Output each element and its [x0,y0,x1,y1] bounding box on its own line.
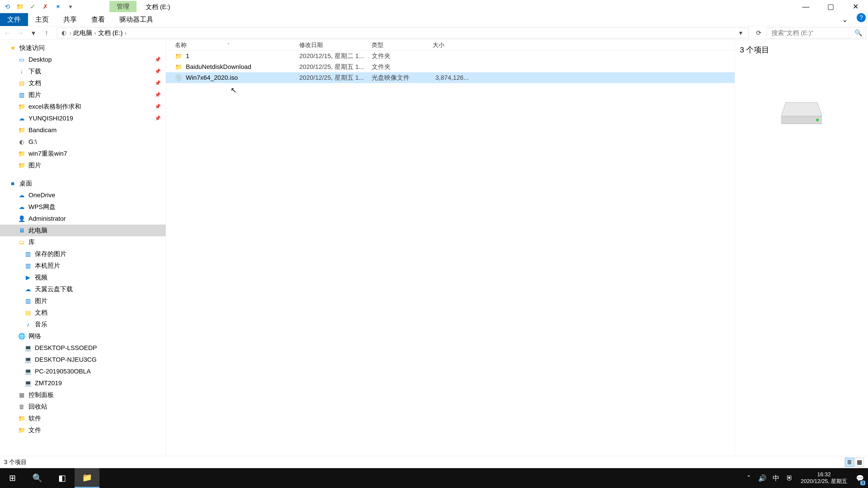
search-box[interactable]: 搜索"文档 (E:)" 🔍 [766,28,866,38]
action-center[interactable]: 💬 3 [852,468,868,488]
ribbon-tab-view[interactable]: 查看 [84,13,112,26]
qat-check-icon[interactable]: ✓ [28,2,37,11]
nav-item-此电脑[interactable]: 🖥此电脑 [0,225,166,236]
qat-uncheck-icon[interactable]: ✗ [40,2,50,11]
nav-item-图片[interactable]: ▥图片 [0,295,166,307]
net-icon: 🌐 [18,332,25,340]
col-size[interactable]: 大小 [433,41,469,49]
ribbon-tab-drivetools[interactable]: 驱动器工具 [112,13,160,26]
nav-item-快速访问[interactable]: ★快速访问 [0,42,166,54]
nav-item-Bandicam[interactable]: 📁Bandicam [0,124,166,136]
nav-item-网络[interactable]: 🌐网络 [0,330,166,342]
nav-forward[interactable]: → [16,28,25,38]
nav-item-Desktop[interactable]: ▭Desktop📌 [0,54,166,66]
nav-item-PC-20190530OBLA[interactable]: 💻PC-20190530OBLA [0,365,166,377]
star-icon: ★ [9,44,16,52]
nav-item-图片[interactable]: 📁图片 [0,160,166,171]
help-button[interactable]: ? [857,13,866,22]
col-date[interactable]: 修改日期 [299,41,372,49]
crumb-loc[interactable]: 文档 (E:) [98,29,123,37]
nav-item-文件[interactable]: 📁文件 [0,424,166,436]
search-input[interactable]: 搜索"文档 (E:)" [772,29,855,37]
search-icon: 🔍 [855,29,862,37]
minimize-button[interactable]: — [794,0,818,13]
nav-item-label: 此电脑 [29,226,48,235]
file-list[interactable]: 名称 ˄ 修改日期 类型 大小 📁12020/12/15, 星期二 1...文件… [166,40,735,468]
tray-ime[interactable]: 中 [769,468,783,488]
tray-overflow[interactable]: ˄ [742,468,756,488]
nav-item-DESKTOP-NJEU3CG[interactable]: 💻DESKTOP-NJEU3CG [0,354,166,365]
task-view-button[interactable]: ◧ [50,468,74,488]
nav-item-OneDrive[interactable]: ☁OneDrive [0,189,166,201]
close-button[interactable]: ✕ [843,0,868,13]
tray-security[interactable]: ⛨ [783,468,796,488]
qat-app-icon[interactable]: ⟲ [2,2,12,11]
nav-up[interactable]: ↑ [41,28,52,38]
nav-item-WPS网盘[interactable]: ☁WPS网盘 [0,201,166,213]
crumb-root[interactable]: 此电脑 [73,29,92,37]
qat-dropdown[interactable]: ▾ [66,2,75,11]
main-pane: 名称 ˄ 修改日期 类型 大小 📁12020/12/15, 星期二 1...文件… [166,40,868,468]
file-name: 1 [186,53,189,60]
nav-item-软件[interactable]: 📁软件 [0,413,166,424]
context-tab-manage[interactable]: 管理 [110,1,136,12]
nav-item-excel表格制作求和[interactable]: 📁excel表格制作求和📌 [0,101,166,112]
ribbon-collapse[interactable]: ⌄ [835,13,855,26]
ribbon-tab-file[interactable]: 文件 [0,13,28,26]
view-thumbnails-button[interactable]: ▦ [855,458,864,467]
nav-item-label: OneDrive [29,192,55,199]
nav-item-音乐[interactable]: ♪音乐 [0,319,166,330]
col-type[interactable]: 类型 [372,41,433,49]
navigation-pane[interactable]: ★快速访问▭Desktop📌↓下载📌▤文档📌▥图片📌📁excel表格制作求和📌☁… [0,40,166,468]
ribbon-tab-share[interactable]: 共享 [56,13,84,26]
refresh-button[interactable]: ⟳ [754,29,763,37]
tray-clock[interactable]: 16:32 2020/12/25, 星期五 [796,471,852,485]
address-dropdown[interactable]: ▾ [736,29,745,37]
nav-item-label: 音乐 [35,320,48,329]
file-row[interactable]: 📁BaiduNetdiskDownload2020/12/25, 星期五 1..… [166,61,735,72]
pin-icon: 📌 [155,57,161,63]
nav-item-库[interactable]: 🗂库 [0,236,166,248]
nav-item-下载[interactable]: ↓下载📌 [0,66,166,77]
taskbar-search[interactable]: 🔍 [25,468,50,488]
nav-item-桌面[interactable]: ■桌面 [0,177,166,189]
folder-icon: 📁 [18,127,25,134]
nav-item-YUNQISHI2019[interactable]: ☁YUNQISHI2019📌 [0,112,166,124]
nav-item-DESKTOP-LSSOEDP[interactable]: 💻DESKTOP-LSSOEDP [0,342,166,354]
bin-icon: 🗑 [18,403,25,410]
nav-item-文档[interactable]: ▤文档 [0,307,166,319]
nav-item-文档[interactable]: ▤文档📌 [0,77,166,89]
details-pane: 3 个项目 [735,40,868,468]
qat-star-icon[interactable]: ✶ [53,2,63,11]
tray-sound[interactable]: 🔊 [756,468,769,488]
nav-back[interactable]: ← [2,28,12,38]
col-name[interactable]: 名称 ˄ [166,41,299,49]
folder-icon: 📁 [175,53,182,60]
back-icon: ← [4,29,11,37]
nav-item-本机照片[interactable]: ▥本机照片 [0,260,166,271]
qat-folder-icon[interactable]: 📁 [15,2,25,11]
file-row[interactable]: 💿Win7x64_2020.iso2020/12/25, 星期五 1...光盘映… [166,72,735,83]
nav-recent-drop[interactable]: ▾ [29,28,38,38]
maximize-button[interactable]: ▢ [818,0,843,13]
ribbon-tab-home[interactable]: 主页 [28,13,56,26]
start-button[interactable]: ⊞ [0,468,25,488]
nav-item-控制面板[interactable]: ▦控制面板 [0,389,166,401]
nav-item-G:\[interactable]: ◐G:\ [0,136,166,148]
nav-item-天翼云盘下载[interactable]: ☁天翼云盘下载 [0,283,166,295]
quick-access-toolbar: ⟲ 📁 ✓ ✗ ✶ ▾ [0,2,75,11]
desktop-icon: ▭ [18,56,25,63]
nav-item-label: G:\ [29,138,37,145]
view-details-button[interactable]: ≣ [845,458,854,467]
nav-item-视频[interactable]: ▶视频 [0,271,166,283]
nav-item-win7重装win7[interactable]: 📁win7重装win7 [0,148,166,160]
breadcrumb[interactable]: ◐ › 此电脑 › 文档 (E:) › ▾ [57,28,749,38]
nav-item-保存的图片[interactable]: ▥保存的图片 [0,248,166,260]
nav-item-label: 桌面 [20,179,32,188]
file-row[interactable]: 📁12020/12/15, 星期二 1...文件夹 [166,51,735,61]
nav-item-ZMT2019[interactable]: 💻ZMT2019 [0,377,166,389]
nav-item-回收站[interactable]: 🗑回收站 [0,401,166,413]
nav-item-Administrator[interactable]: 👤Administrator [0,213,166,225]
taskbar-explorer[interactable]: 📁 [74,468,99,488]
nav-item-图片[interactable]: ▥图片📌 [0,89,166,101]
